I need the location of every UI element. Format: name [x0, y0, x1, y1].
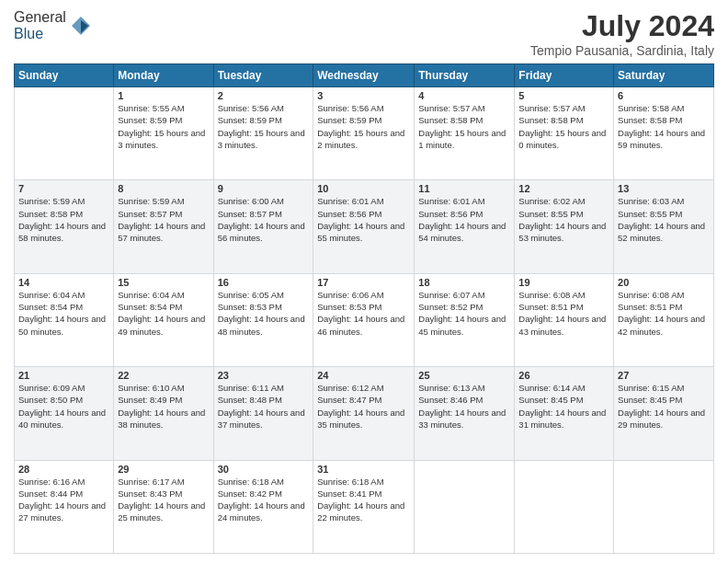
day-info: Sunrise: 5:55 AMSunset: 8:59 PMDaylight:…	[118, 103, 205, 150]
table-row: 14 Sunrise: 6:04 AMSunset: 8:54 PMDaylig…	[15, 273, 114, 366]
day-number: 17	[317, 277, 410, 288]
day-info: Sunrise: 5:59 AMSunset: 8:57 PMDaylight:…	[118, 196, 205, 243]
day-info: Sunrise: 6:00 AMSunset: 8:57 PMDaylight:…	[218, 196, 305, 243]
table-row: 7 Sunrise: 5:59 AMSunset: 8:58 PMDayligh…	[15, 180, 114, 273]
day-info: Sunrise: 6:11 AMSunset: 8:48 PMDaylight:…	[218, 383, 305, 430]
day-info: Sunrise: 6:16 AMSunset: 8:44 PMDaylight:…	[18, 477, 106, 523]
day-info: Sunrise: 6:10 AMSunset: 8:49 PMDaylight:…	[118, 383, 205, 430]
day-number: 30	[218, 464, 310, 475]
day-info: Sunrise: 6:06 AMSunset: 8:53 PMDaylight:…	[317, 290, 404, 337]
day-info: Sunrise: 6:13 AMSunset: 8:46 PMDaylight:…	[418, 383, 506, 430]
day-info: Sunrise: 6:18 AMSunset: 8:42 PMDaylight:…	[218, 477, 305, 523]
calendar-week-row: 14 Sunrise: 6:04 AMSunset: 8:54 PMDaylig…	[15, 273, 714, 366]
day-number: 1	[118, 90, 209, 101]
day-info: Sunrise: 5:56 AMSunset: 8:59 PMDaylight:…	[218, 103, 305, 150]
day-number: 10	[317, 183, 410, 194]
table-row: 29 Sunrise: 6:17 AMSunset: 8:43 PMDaylig…	[114, 460, 213, 553]
day-number: 26	[518, 370, 609, 381]
day-number: 22	[118, 370, 209, 381]
day-number: 28	[18, 464, 109, 475]
day-number: 18	[418, 277, 510, 288]
table-row	[415, 460, 515, 553]
table-row: 11 Sunrise: 6:01 AMSunset: 8:56 PMDaylig…	[415, 180, 515, 273]
table-row: 3 Sunrise: 5:56 AMSunset: 8:59 PMDayligh…	[313, 87, 415, 180]
day-info: Sunrise: 5:59 AMSunset: 8:58 PMDaylight:…	[18, 196, 106, 243]
day-info: Sunrise: 6:17 AMSunset: 8:43 PMDaylight:…	[118, 477, 205, 523]
col-header-monday: Monday	[114, 64, 213, 87]
day-info: Sunrise: 6:01 AMSunset: 8:56 PMDaylight:…	[317, 196, 404, 243]
table-row: 24 Sunrise: 6:12 AMSunset: 8:47 PMDaylig…	[313, 367, 415, 460]
day-info: Sunrise: 6:15 AMSunset: 8:45 PMDaylight:…	[618, 383, 705, 430]
table-row: 18 Sunrise: 6:07 AMSunset: 8:52 PMDaylig…	[415, 273, 515, 366]
day-info: Sunrise: 6:05 AMSunset: 8:53 PMDaylight:…	[218, 290, 305, 337]
day-number: 15	[118, 277, 209, 288]
table-row	[515, 460, 614, 553]
day-info: Sunrise: 6:08 AMSunset: 8:51 PMDaylight:…	[518, 290, 606, 337]
day-number: 7	[18, 183, 109, 194]
day-number: 23	[218, 370, 310, 381]
day-number: 13	[618, 183, 710, 194]
day-number: 6	[618, 90, 710, 101]
day-info: Sunrise: 5:57 AMSunset: 8:58 PMDaylight:…	[418, 103, 506, 150]
table-row: 21 Sunrise: 6:09 AMSunset: 8:50 PMDaylig…	[15, 367, 114, 460]
day-info: Sunrise: 6:08 AMSunset: 8:51 PMDaylight:…	[618, 290, 705, 337]
title-block: July 2024 Tempio Pausania, Sardinia, Ita…	[530, 9, 714, 58]
page: General Blue July 2024 Tempio Pausania, …	[0, 0, 728, 563]
table-row: 5 Sunrise: 5:57 AMSunset: 8:58 PMDayligh…	[515, 87, 614, 180]
table-row	[614, 460, 714, 553]
table-row: 28 Sunrise: 6:16 AMSunset: 8:44 PMDaylig…	[15, 460, 114, 553]
month-year-title: July 2024	[530, 9, 714, 43]
day-info: Sunrise: 6:02 AMSunset: 8:55 PMDaylight:…	[518, 196, 606, 243]
table-row: 9 Sunrise: 6:00 AMSunset: 8:57 PMDayligh…	[213, 180, 313, 273]
day-number: 19	[518, 277, 609, 288]
day-info: Sunrise: 6:09 AMSunset: 8:50 PMDaylight:…	[18, 383, 106, 430]
table-row: 6 Sunrise: 5:58 AMSunset: 8:58 PMDayligh…	[614, 87, 714, 180]
day-number: 27	[618, 370, 710, 381]
calendar-header-row: Sunday Monday Tuesday Wednesday Thursday…	[15, 64, 714, 87]
day-number: 16	[218, 277, 310, 288]
logo-general-text: General	[14, 9, 66, 25]
table-row: 17 Sunrise: 6:06 AMSunset: 8:53 PMDaylig…	[313, 273, 415, 366]
day-info: Sunrise: 6:14 AMSunset: 8:45 PMDaylight:…	[518, 383, 606, 430]
col-header-thursday: Thursday	[415, 64, 515, 87]
day-number: 2	[218, 90, 310, 101]
day-number: 25	[418, 370, 510, 381]
day-number: 3	[317, 90, 410, 101]
day-info: Sunrise: 6:12 AMSunset: 8:47 PMDaylight:…	[317, 383, 404, 430]
calendar-week-row: 1 Sunrise: 5:55 AMSunset: 8:59 PMDayligh…	[15, 87, 714, 180]
table-row: 23 Sunrise: 6:11 AMSunset: 8:48 PMDaylig…	[213, 367, 313, 460]
table-row: 19 Sunrise: 6:08 AMSunset: 8:51 PMDaylig…	[515, 273, 614, 366]
table-row: 30 Sunrise: 6:18 AMSunset: 8:42 PMDaylig…	[213, 460, 313, 553]
day-info: Sunrise: 5:57 AMSunset: 8:58 PMDaylight:…	[518, 103, 606, 150]
day-number: 11	[418, 183, 510, 194]
day-number: 9	[218, 183, 310, 194]
day-info: Sunrise: 6:07 AMSunset: 8:52 PMDaylight:…	[418, 290, 506, 337]
day-info: Sunrise: 6:03 AMSunset: 8:55 PMDaylight:…	[618, 196, 705, 243]
day-info: Sunrise: 5:56 AMSunset: 8:59 PMDaylight:…	[317, 103, 404, 150]
logo-icon	[68, 13, 94, 39]
day-number: 21	[18, 370, 109, 381]
table-row: 10 Sunrise: 6:01 AMSunset: 8:56 PMDaylig…	[313, 180, 415, 273]
location-subtitle: Tempio Pausania, Sardinia, Italy	[530, 43, 714, 58]
col-header-tuesday: Tuesday	[213, 64, 313, 87]
day-number: 12	[518, 183, 609, 194]
col-header-saturday: Saturday	[614, 64, 714, 87]
table-row: 25 Sunrise: 6:13 AMSunset: 8:46 PMDaylig…	[415, 367, 515, 460]
table-row: 20 Sunrise: 6:08 AMSunset: 8:51 PMDaylig…	[614, 273, 714, 366]
table-row: 2 Sunrise: 5:56 AMSunset: 8:59 PMDayligh…	[213, 87, 313, 180]
calendar-week-row: 28 Sunrise: 6:16 AMSunset: 8:44 PMDaylig…	[15, 460, 714, 553]
day-number: 14	[18, 277, 109, 288]
table-row: 27 Sunrise: 6:15 AMSunset: 8:45 PMDaylig…	[614, 367, 714, 460]
col-header-wednesday: Wednesday	[313, 64, 415, 87]
table-row: 13 Sunrise: 6:03 AMSunset: 8:55 PMDaylig…	[614, 180, 714, 273]
day-info: Sunrise: 6:04 AMSunset: 8:54 PMDaylight:…	[18, 290, 106, 337]
day-number: 5	[518, 90, 609, 101]
day-number: 29	[118, 464, 209, 475]
table-row: 22 Sunrise: 6:10 AMSunset: 8:49 PMDaylig…	[114, 367, 213, 460]
table-row: 1 Sunrise: 5:55 AMSunset: 8:59 PMDayligh…	[114, 87, 213, 180]
day-info: Sunrise: 6:04 AMSunset: 8:54 PMDaylight:…	[118, 290, 205, 337]
col-header-friday: Friday	[515, 64, 614, 87]
table-row: 4 Sunrise: 5:57 AMSunset: 8:58 PMDayligh…	[415, 87, 515, 180]
day-info: Sunrise: 5:58 AMSunset: 8:58 PMDaylight:…	[618, 103, 705, 150]
table-row: 8 Sunrise: 5:59 AMSunset: 8:57 PMDayligh…	[114, 180, 213, 273]
